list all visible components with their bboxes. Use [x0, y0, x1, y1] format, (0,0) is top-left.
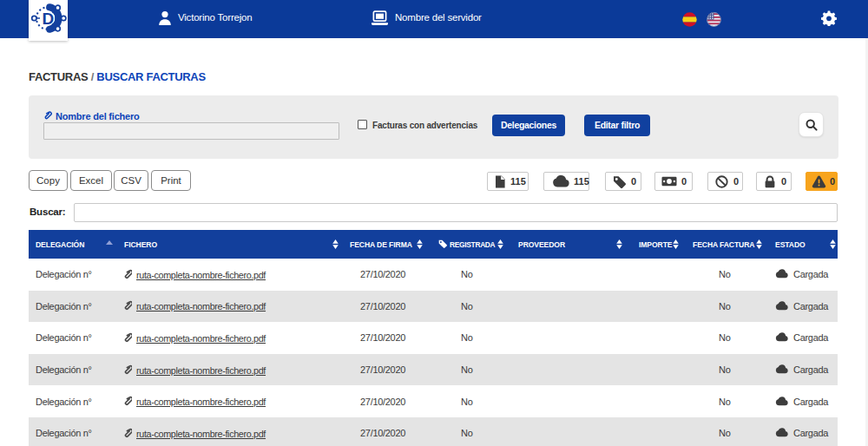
svg-text:D: D	[42, 10, 54, 28]
